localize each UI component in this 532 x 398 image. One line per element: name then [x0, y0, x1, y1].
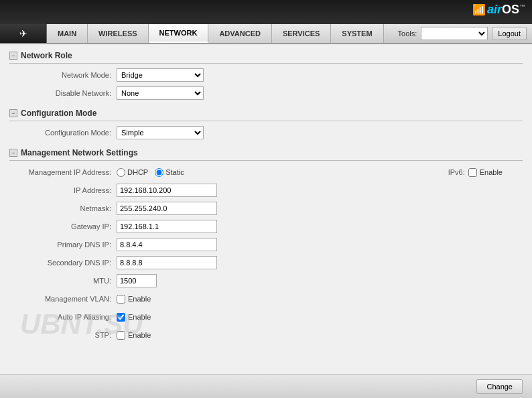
primary-dns-input[interactable]: 8.8.4.4: [117, 238, 217, 251]
primary-dns-label: Primary DNS IP:: [9, 241, 117, 249]
airos-tm-text: ™: [519, 3, 525, 10]
auto-ip-aliasing-control: Enable: [117, 313, 151, 322]
configuration-mode-section: − Configuration Mode Configuration Mode:…: [9, 109, 523, 140]
auto-ip-aliasing-enable-item[interactable]: Enable: [117, 313, 151, 322]
configuration-mode-toggle[interactable]: −: [9, 109, 17, 117]
ip-address-label: IP Address:: [9, 186, 117, 194]
ipv6-enable-item[interactable]: Enable: [468, 168, 503, 177]
ip-address-control: 192.168.10.200: [117, 184, 217, 197]
network-mode-control: Bridge Router SOHO Router: [117, 68, 204, 82]
secondary-dns-control: 8.8.8.8: [117, 256, 217, 269]
configuration-mode-header: − Configuration Mode: [9, 109, 523, 121]
mtu-control: 1500: [117, 274, 157, 287]
mtu-label: MTU:: [9, 277, 117, 285]
stp-enable-label: Enable: [128, 331, 151, 339]
network-mode-row: Network Mode: Bridge Router SOHO Router: [9, 68, 523, 82]
airos-os-text: OS: [502, 3, 519, 16]
stp-control: Enable: [117, 331, 151, 340]
stp-label: STP:: [9, 331, 117, 339]
config-mode-label: Configuration Mode:: [9, 129, 117, 137]
auto-ip-aliasing-checkbox[interactable]: [117, 313, 125, 322]
gateway-ip-row: Gateway IP: 192.168.1.1: [9, 219, 523, 234]
ip-address-row: IP Address: 192.168.10.200: [9, 183, 523, 198]
network-role-toggle[interactable]: −: [9, 52, 17, 60]
mgmt-vlan-enable-label: Enable: [128, 295, 151, 303]
footer: Change: [0, 374, 532, 398]
config-mode-select[interactable]: Simple Advanced: [117, 126, 204, 139]
static-radio-item[interactable]: Static: [155, 168, 184, 177]
netmask-control: 255.255.240.0: [117, 202, 217, 215]
mgmt-vlan-enable-item[interactable]: Enable: [117, 295, 151, 304]
tab-wireless[interactable]: WIRELESS: [88, 24, 148, 43]
mgmt-vlan-checkbox[interactable]: [117, 295, 125, 304]
netmask-row: Netmask: 255.255.240.0: [9, 201, 523, 216]
nav-logo-icon: ✈: [19, 28, 27, 39]
tab-system[interactable]: SYSTEM: [331, 24, 383, 43]
network-mode-label: Network Mode:: [9, 71, 117, 79]
primary-dns-row: Primary DNS IP: 8.8.4.4: [9, 237, 523, 252]
ipv6-enable-checkbox[interactable]: [468, 168, 477, 177]
mtu-row: MTU: 1500: [9, 273, 523, 288]
auto-ip-aliasing-row: Auto IP Aliasing: Enable: [9, 310, 523, 324]
tools-select[interactable]: [421, 27, 488, 40]
dhcp-label: DHCP: [127, 168, 148, 176]
mgmt-ip-control: DHCP Static: [117, 168, 184, 177]
tools-label: Tools:: [398, 29, 417, 38]
mgmt-ip-label: Management IP Address:: [9, 168, 117, 176]
wifi-icon: 📶: [472, 3, 486, 16]
disable-network-select[interactable]: None LAN WAN: [117, 86, 204, 100]
stp-row: STP: Enable: [9, 328, 523, 342]
disable-network-row: Disable Network: None LAN WAN: [9, 86, 523, 101]
configuration-mode-title: Configuration Mode: [21, 109, 96, 118]
nav-tools: Tools: Logout: [398, 24, 532, 43]
mgmt-vlan-label: Management VLAN:: [9, 295, 117, 303]
stp-enable-item[interactable]: Enable: [117, 331, 151, 340]
header: 📶 airOS™: [0, 0, 532, 24]
netmask-input[interactable]: 255.255.240.0: [117, 202, 217, 215]
airos-text: airOS™: [487, 3, 525, 17]
static-label: Static: [165, 168, 184, 176]
netmask-label: Netmask:: [9, 204, 117, 212]
airos-logo: 📶 airOS™: [472, 3, 525, 17]
management-network-toggle[interactable]: −: [9, 149, 17, 157]
secondary-dns-row: Secondary DNS IP: 8.8.8.8: [9, 255, 523, 270]
navbar: ✈ MAIN WIRELESS NETWORK ADVANCED SERVICE…: [0, 24, 532, 44]
management-network-header: − Management Network Settings: [9, 148, 523, 161]
change-button[interactable]: Change: [476, 379, 523, 394]
primary-dns-control: 8.8.4.4: [117, 238, 217, 251]
disable-network-control: None LAN WAN: [117, 86, 204, 100]
airos-air-text: air: [487, 3, 502, 16]
stp-checkbox[interactable]: [117, 331, 125, 340]
main-content: − Network Role Network Mode: Bridge Rout…: [0, 44, 532, 374]
tab-advanced[interactable]: ADVANCED: [208, 24, 272, 43]
nav-logo-tab: ✈: [0, 24, 47, 43]
network-role-header: − Network Role: [9, 51, 523, 64]
dhcp-radio[interactable]: [117, 168, 125, 177]
mgmt-ip-row: Management IP Address: DHCP Static IPv6:…: [9, 165, 523, 180]
config-mode-row: Configuration Mode: Simple Advanced: [9, 125, 523, 140]
network-role-section: − Network Role Network Mode: Bridge Rout…: [9, 51, 523, 101]
management-network-title: Management Network Settings: [21, 148, 138, 157]
ipv6-section: IPv6: Enable: [448, 168, 503, 177]
tab-network[interactable]: NETWORK: [149, 24, 209, 43]
ipv6-enable-label: Enable: [480, 168, 503, 176]
mtu-input[interactable]: 1500: [117, 274, 157, 287]
secondary-dns-label: Secondary DNS IP:: [9, 259, 117, 267]
tab-main[interactable]: MAIN: [47, 24, 88, 43]
dhcp-radio-item[interactable]: DHCP: [117, 168, 148, 177]
auto-ip-aliasing-enable-label: Enable: [128, 313, 151, 321]
disable-network-label: Disable Network:: [9, 89, 117, 97]
mgmt-vlan-row: Management VLAN: Enable: [9, 291, 523, 306]
ip-address-input[interactable]: 192.168.10.200: [117, 184, 217, 197]
gateway-ip-label: Gateway IP:: [9, 222, 117, 230]
management-network-section: − Management Network Settings Management…: [9, 148, 523, 342]
gateway-ip-input[interactable]: 192.168.1.1: [117, 220, 217, 233]
tab-services[interactable]: SERVICES: [272, 24, 331, 43]
logout-button[interactable]: Logout: [492, 27, 527, 40]
secondary-dns-input[interactable]: 8.8.8.8: [117, 256, 217, 269]
static-radio[interactable]: [155, 168, 163, 177]
network-role-title: Network Role: [21, 51, 72, 60]
ipv6-label: IPv6:: [448, 168, 465, 176]
network-mode-select[interactable]: Bridge Router SOHO Router: [117, 68, 204, 82]
gateway-ip-control: 192.168.1.1: [117, 220, 217, 233]
